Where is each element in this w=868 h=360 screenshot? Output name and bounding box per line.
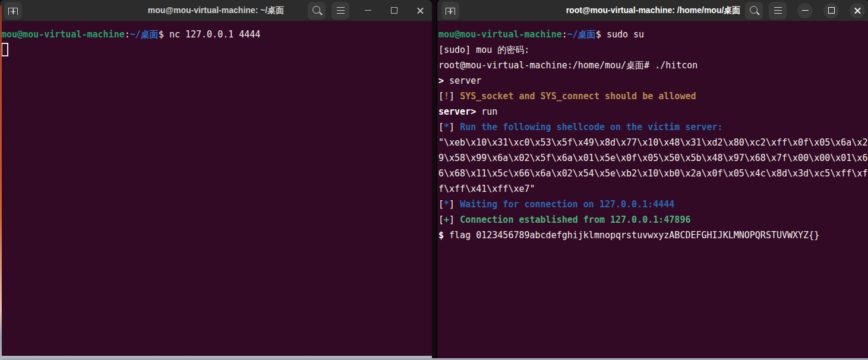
text-segment: ] bbox=[449, 122, 460, 132]
text-segment: [ bbox=[438, 91, 444, 102]
close-button[interactable] bbox=[850, 3, 865, 18]
minimize-icon bbox=[802, 10, 809, 11]
text-segment: + bbox=[444, 214, 449, 225]
text-segment: "\xeb\x10\x31\xc0\x53\x5f\x49\x8d\x77\x1… bbox=[438, 137, 867, 148]
text-segment: 6\x68\x11\x5c\x66\x6a\x02\x54\x5e\xb2\x1… bbox=[438, 168, 867, 179]
terminal-line: root@mou-virtual-machine:/home/mou/桌面# .… bbox=[438, 58, 868, 73]
text-segment: [ bbox=[438, 214, 444, 225]
text-segment: : bbox=[562, 29, 567, 40]
text-segment: ~/桌面 bbox=[567, 29, 596, 40]
terminal-line: 6\x68\x11\x5c\x66\x6a\x02\x54\x5e\xb2\x1… bbox=[438, 166, 868, 181]
terminal-line: mou@mou-virtual-machine:~/桌面$ nc 127.0.0… bbox=[1, 27, 432, 42]
maximize-icon bbox=[391, 7, 397, 14]
close-icon bbox=[854, 7, 861, 14]
terminal-line: [+] Connection established from 127.0.0.… bbox=[438, 212, 868, 228]
text-segment: server bbox=[444, 75, 481, 86]
terminal-line: [*] Waiting for connection on 127.0.0.1:… bbox=[438, 197, 868, 212]
titlebar-left[interactable]: mou@mou-virtual-machine: ~/桌面 bbox=[0, 0, 432, 21]
terminal-line: [*] Run the following shellcode on the v… bbox=[438, 119, 868, 135]
text-segment: nc 127.0.0.1 4444 bbox=[169, 29, 261, 40]
terminal-window-right: root@mou-virtual-machine: /home/mou/桌面 bbox=[436, 0, 868, 358]
text-segment: flag 0123456789abcdefghijklmnopqrstuvwxy… bbox=[444, 230, 819, 241]
text-segment: $ bbox=[159, 29, 169, 40]
titlebar-right[interactable]: root@mou-virtual-machine: /home/mou/桌面 bbox=[437, 0, 868, 21]
text-segment: [ bbox=[438, 199, 444, 210]
menu-icon bbox=[774, 10, 782, 11]
search-icon bbox=[750, 6, 757, 14]
text-segment: ! bbox=[444, 91, 449, 102]
text-segment: * bbox=[444, 122, 449, 132]
wallpaper-sliver bbox=[0, 6, 2, 360]
text-segment: 9\x58\x99\x6a\x02\x5f\x6a\x01\x5e\x0f\x0… bbox=[438, 153, 867, 163]
terminal-window-left: mou@mou-virtual-machine: ~/桌面 mo bbox=[0, 0, 432, 356]
maximize-icon bbox=[828, 7, 835, 14]
new-tab-icon bbox=[446, 8, 455, 15]
text-segment: run bbox=[476, 106, 497, 117]
text-segment: Waiting for connection on 127.0.0.1:4444 bbox=[460, 199, 674, 210]
terminal-line: [!] SYS_socket and SYS_connect should be… bbox=[438, 89, 868, 104]
terminal-line: [sudo] mou 的密码: bbox=[438, 42, 868, 58]
text-segment: mou@mou-virtual-machine bbox=[1, 29, 125, 40]
minimize-button[interactable] bbox=[797, 3, 813, 18]
text-segment: Connection established from 127.0.0.1:47… bbox=[460, 214, 690, 225]
terminal-cursor bbox=[1, 43, 8, 56]
text-segment: ~/桌面 bbox=[130, 29, 159, 40]
text-segment: [ bbox=[438, 122, 444, 132]
close-icon bbox=[416, 7, 424, 14]
window-title: mou@mou-virtual-machine: ~/桌面 bbox=[148, 5, 285, 16]
text-segment: [sudo] mou 的密码: bbox=[438, 45, 529, 55]
terminal-line: "\xeb\x10\x31\xc0\x53\x5f\x49\x8d\x77\x1… bbox=[438, 135, 868, 150]
search-button[interactable] bbox=[745, 2, 763, 20]
text-segment: server> bbox=[438, 106, 476, 117]
search-icon bbox=[313, 6, 320, 14]
menu-button[interactable] bbox=[332, 2, 349, 20]
text-segment: ] bbox=[449, 199, 460, 210]
titlebar-actions bbox=[308, 2, 428, 20]
text-segment: ] bbox=[449, 91, 460, 102]
text-segment: $ bbox=[438, 230, 444, 241]
menu-icon bbox=[337, 10, 345, 11]
maximize-button[interactable] bbox=[386, 3, 402, 18]
text-segment: f\xff\x41\xff\xe7" bbox=[438, 184, 535, 194]
terminal-line: mou@mou-virtual-machine:~/桌面$ sudo su bbox=[438, 27, 868, 42]
text-segment: mou@mou-virtual-machine bbox=[438, 29, 562, 40]
terminal-screen-right[interactable]: mou@mou-virtual-machine:~/桌面$ sudo su[su… bbox=[437, 21, 868, 358]
text-segment: sudo su bbox=[607, 29, 644, 40]
window-gap bbox=[432, 0, 436, 358]
text-segment: * bbox=[444, 199, 449, 210]
text-segment: ] bbox=[449, 214, 460, 225]
terminal-line bbox=[1, 42, 432, 58]
terminal-screen-left[interactable]: mou@mou-virtual-machine:~/桌面$ nc 127.0.0… bbox=[0, 21, 432, 356]
window-title: root@mou-virtual-machine: /home/mou/桌面 bbox=[566, 5, 741, 16]
text-segment: root@mou-virtual-machine:/home/mou/桌面# .… bbox=[438, 60, 697, 71]
terminal-line: $ flag 0123456789abcdefghijklmnopqrstuvw… bbox=[438, 228, 868, 243]
text-segment: $ bbox=[596, 29, 607, 40]
menu-button[interactable] bbox=[769, 2, 787, 20]
search-button[interactable] bbox=[308, 2, 326, 20]
terminal-line: 9\x58\x99\x6a\x02\x5f\x6a\x01\x5e\x0f\x0… bbox=[438, 150, 868, 166]
text-segment: > bbox=[438, 75, 444, 86]
text-segment: SYS_socket and SYS_connect should be all… bbox=[460, 91, 696, 102]
maximize-button[interactable] bbox=[823, 3, 839, 18]
terminal-line: server> run bbox=[438, 104, 868, 119]
new-tab-button[interactable] bbox=[441, 2, 459, 20]
close-button[interactable] bbox=[412, 3, 428, 18]
minimize-icon bbox=[365, 10, 371, 11]
text-segment: Run the following shellcode on the victi… bbox=[460, 122, 723, 132]
new-tab-button[interactable] bbox=[4, 2, 22, 20]
new-tab-icon bbox=[8, 8, 18, 15]
titlebar-actions bbox=[745, 2, 865, 20]
desktop: mou@mou-virtual-machine: ~/桌面 mo bbox=[0, 0, 868, 360]
minimize-button[interactable] bbox=[360, 3, 375, 18]
terminal-line: f\xff\x41\xff\xe7" bbox=[438, 181, 868, 197]
text-segment: : bbox=[125, 29, 130, 40]
terminal-line: > server bbox=[438, 73, 868, 89]
